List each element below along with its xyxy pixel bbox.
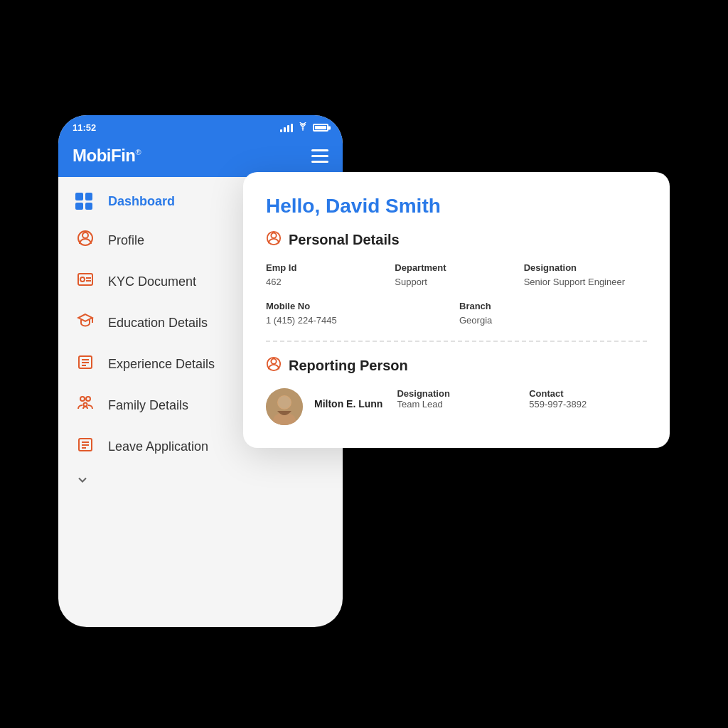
hamburger-menu[interactable] bbox=[311, 149, 328, 163]
leave-icon bbox=[75, 436, 95, 457]
dashboard-icon bbox=[75, 193, 95, 210]
branch-value: Georgia bbox=[459, 315, 492, 326]
reporter-designation-label: Designation bbox=[397, 388, 515, 399]
app-logo: MobiFin® bbox=[73, 146, 141, 166]
battery-icon bbox=[313, 124, 328, 132]
department-field: Department Support bbox=[395, 262, 518, 288]
kyc-icon bbox=[75, 271, 95, 292]
reporter-contact-label: Contact bbox=[529, 388, 647, 399]
sidebar-item-label: Experience Details bbox=[108, 357, 215, 372]
section-divider bbox=[266, 341, 647, 342]
mobile-label: Mobile No bbox=[266, 301, 454, 311]
sidebar-item-label: Dashboard bbox=[108, 194, 175, 209]
department-value: Support bbox=[395, 277, 427, 287]
svg-point-0 bbox=[302, 129, 304, 131]
personal-details-row2: Mobile No 1 (415) 224-7445 Branch Georgi… bbox=[266, 301, 647, 326]
emp-id-field: Emp Id 462 bbox=[266, 262, 389, 288]
sidebar-item-label: Leave Application bbox=[108, 439, 208, 454]
detail-card: Hello, David Smith Personal Details Emp … bbox=[243, 172, 670, 448]
reporting-section-header: Reporting Person bbox=[266, 356, 647, 375]
status-icons bbox=[280, 122, 328, 133]
personal-details-grid: Emp Id 462 Department Support Designatio… bbox=[266, 262, 647, 288]
svg-point-13 bbox=[86, 397, 90, 401]
signal-icon bbox=[280, 124, 293, 132]
personal-section-title: Personal Details bbox=[289, 232, 400, 248]
sidebar-item-label: Education Details bbox=[108, 316, 208, 331]
reporting-section: Reporting Person Milton E. Lunn bbox=[266, 356, 647, 425]
app-header: MobiFin® bbox=[58, 137, 343, 177]
sidebar-item-label: Profile bbox=[108, 233, 144, 248]
reporter-contact-value: 559-997-3892 bbox=[529, 399, 647, 410]
personal-section-icon bbox=[266, 230, 282, 250]
branch-label: Branch bbox=[459, 301, 647, 311]
mobile-field: Mobile No 1 (415) 224-7445 bbox=[266, 301, 454, 326]
status-time: 11:52 bbox=[73, 122, 96, 133]
reporter-contact-field: Contact 559-997-3892 bbox=[529, 388, 647, 410]
reporter-info: Milton E. Lunn Designation Team Lead Con… bbox=[266, 388, 647, 425]
emp-id-value: 462 bbox=[266, 277, 282, 287]
designation-label: Designation bbox=[524, 262, 647, 273]
svg-point-26 bbox=[278, 396, 291, 409]
reporter-designation-field: Designation Team Lead bbox=[397, 388, 515, 410]
svg-point-4 bbox=[80, 277, 85, 282]
department-label: Department bbox=[395, 262, 518, 273]
reporter-avatar bbox=[266, 388, 303, 425]
reporter-name: Milton E. Lunn bbox=[314, 398, 382, 410]
svg-point-14 bbox=[84, 403, 87, 407]
education-icon bbox=[75, 312, 95, 333]
wifi-icon bbox=[297, 122, 309, 133]
reporter-name-column: Milton E. Lunn bbox=[314, 398, 382, 410]
reporter-designation-value: Team Lead bbox=[397, 399, 515, 410]
designation-field: Designation Senior Support Engineer bbox=[524, 262, 647, 288]
reporting-section-icon bbox=[266, 356, 282, 375]
svg-point-12 bbox=[80, 397, 85, 401]
sidebar-item-label: Family Details bbox=[108, 398, 188, 413]
svg-point-1 bbox=[82, 232, 88, 238]
designation-value: Senior Support Engineer bbox=[524, 277, 625, 287]
emp-id-label: Emp Id bbox=[266, 262, 389, 273]
svg-point-19 bbox=[271, 233, 276, 238]
svg-point-21 bbox=[271, 359, 276, 364]
personal-details-section-header: Personal Details bbox=[266, 230, 647, 250]
reporting-section-title: Reporting Person bbox=[289, 358, 408, 374]
sidebar-item-label: KYC Document bbox=[108, 274, 196, 289]
experience-icon bbox=[75, 353, 95, 375]
status-bar: 11:52 bbox=[58, 115, 343, 137]
chevron-down-icon[interactable] bbox=[58, 467, 343, 496]
greeting-text: Hello, David Smith bbox=[266, 195, 647, 218]
family-icon bbox=[75, 395, 95, 416]
branch-field: Branch Georgia bbox=[459, 301, 647, 326]
mobile-value: 1 (415) 224-7445 bbox=[266, 315, 337, 326]
profile-icon bbox=[75, 230, 95, 251]
